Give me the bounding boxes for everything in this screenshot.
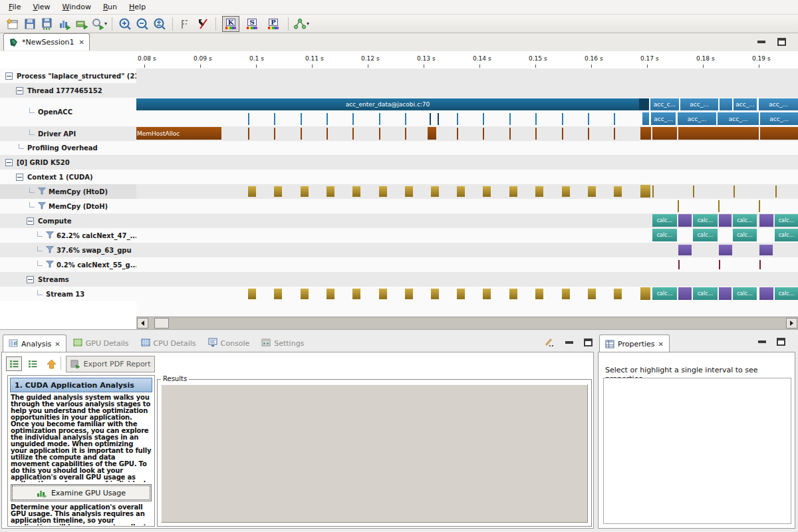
new-session-icon[interactable]: [5, 16, 21, 32]
tab-analysis[interactable]: Analysis✕: [3, 334, 66, 352]
run-analysis-icon[interactable]: [74, 16, 90, 32]
timeline-interval[interactable]: [562, 186, 570, 197]
timeline-interval[interactable]: [720, 98, 732, 110]
timeline-interval-tick[interactable]: [759, 200, 760, 212]
timeline-interval[interactable]: [431, 289, 439, 299]
timeline-interval[interactable]: calc...: [693, 229, 718, 241]
timeline-interval-tick[interactable]: [327, 128, 328, 140]
export-pdf-button[interactable]: Export PDF Report: [66, 356, 155, 372]
maximize-icon[interactable]: [584, 338, 593, 346]
timeline-interval[interactable]: calc...: [652, 229, 677, 241]
tab-console[interactable]: Console: [203, 334, 255, 352]
timeline-interval-tick[interactable]: [457, 113, 458, 125]
timeline-interval-tick[interactable]: [379, 113, 380, 125]
timeline-interval-tick[interactable]: [719, 260, 720, 269]
timeline-interval-tick[interactable]: [588, 113, 589, 125]
tree-row-memcpy-htod[interactable]: MemCpy (HtoD): [0, 184, 137, 199]
tree-row-37-6-swap-63-gpu[interactable]: 37.6% swap_63_gpu: [0, 243, 137, 257]
tab-settings[interactable]: Settings: [256, 334, 309, 352]
color-by-process-button[interactable]: P: [265, 16, 282, 32]
timeline-interval-tick[interactable]: [733, 186, 735, 198]
filter-funnel-icon[interactable]: [38, 188, 46, 196]
timeline-interval[interactable]: [457, 289, 465, 299]
timeline-interval[interactable]: [759, 245, 773, 255]
timeline-interval[interactable]: [678, 127, 759, 140]
save-all-icon[interactable]: [39, 16, 55, 32]
tree-row-openacc[interactable]: OpenACC: [0, 98, 137, 126]
tree-row-stream-13[interactable]: Stream 13: [0, 287, 137, 301]
tree-row-0-grid-k520[interactable]: [0] GRID K520: [0, 155, 137, 170]
timeline-interval[interactable]: [352, 289, 360, 299]
zoom-fit-icon[interactable]: [152, 16, 168, 32]
timeline-interval-tick[interactable]: [379, 128, 380, 140]
timeline-interval[interactable]: acc_enter_data@jacobi.c:70: [136, 98, 639, 110]
timeline-interval-tick[interactable]: [248, 128, 249, 140]
close-icon[interactable]: ✕: [55, 340, 60, 348]
timeline-interval[interactable]: [327, 289, 334, 299]
color-by-kernel-button[interactable]: K: [222, 16, 239, 32]
timeline-interval-tick[interactable]: [562, 128, 563, 140]
tree-row-0-2-calcnext-55-g[interactable]: 0.2% calcNext_55_g...: [0, 257, 137, 272]
filter-funnel-icon[interactable]: [46, 261, 54, 269]
unguided-analysis-icon[interactable]: [25, 356, 41, 371]
timeline-interval-tick[interactable]: [775, 186, 777, 198]
scroll-right-button[interactable]: [786, 318, 797, 329]
menu-item-window[interactable]: Window: [57, 1, 97, 13]
filter-funnel-icon[interactable]: [46, 231, 54, 240]
timeline-interval-tick[interactable]: [352, 128, 354, 140]
timeline-interval[interactable]: [248, 186, 256, 197]
timeline-interval[interactable]: acc_...: [760, 112, 798, 125]
menu-item-view[interactable]: View: [27, 1, 56, 13]
tree-row-compute[interactable]: Compute: [0, 213, 137, 228]
maximize-icon[interactable]: [777, 38, 786, 46]
timeline-interval[interactable]: [535, 289, 543, 299]
timeline-interval[interactable]: [274, 186, 282, 197]
timeline-interval-tick[interactable]: [301, 113, 302, 125]
timeline-interval[interactable]: acc_...: [759, 98, 798, 110]
timeline-interval[interactable]: calc...: [775, 229, 798, 241]
timeline-interval-tick[interactable]: [693, 186, 694, 198]
guided-analysis-icon[interactable]: [6, 356, 22, 371]
collapse-icon[interactable]: [16, 174, 23, 181]
timeline-interval[interactable]: [379, 289, 387, 299]
timeline-interval[interactable]: [535, 186, 543, 197]
timeline-interval[interactable]: [759, 214, 773, 227]
timeline-interval[interactable]: calc...: [733, 214, 757, 227]
timeline-interval[interactable]: MemHostAlloc: [136, 127, 221, 140]
timeline-interval[interactable]: calc...: [652, 287, 677, 300]
timeline-interval-tick[interactable]: [678, 260, 680, 269]
back-up-icon[interactable]: [43, 356, 59, 371]
timeline-interval[interactable]: [274, 289, 282, 299]
examine-gpu-usage-button[interactable]: Examine GPU Usage: [11, 484, 152, 501]
view-menu-icon[interactable]: [544, 338, 555, 347]
timeline-interval[interactable]: [588, 186, 596, 197]
timeline-interval-tick[interactable]: [327, 113, 328, 125]
timeline-interval-tick[interactable]: [678, 200, 679, 212]
adjust-ruler-icon[interactable]: [178, 16, 194, 32]
timeline-interval[interactable]: calc...: [652, 214, 677, 227]
timeline-interval[interactable]: acc_...: [651, 112, 676, 125]
filter-funnel-icon[interactable]: [46, 246, 54, 255]
timeline-interval[interactable]: [614, 289, 622, 299]
collapse-icon[interactable]: [5, 159, 13, 166]
timeline-interval[interactable]: acc_...: [718, 112, 759, 125]
timeline-interval[interactable]: [248, 289, 256, 299]
timeline-interval-tick[interactable]: [509, 113, 511, 125]
close-icon[interactable]: ✕: [658, 340, 664, 348]
timeline-interval[interactable]: [678, 245, 692, 255]
timeline-interval[interactable]: [639, 98, 649, 110]
timeline-interval[interactable]: acc_c...: [650, 98, 679, 110]
timeline-interval[interactable]: [678, 214, 692, 227]
tab-newsession[interactable]: *NewSession1 ✕: [3, 33, 90, 51]
call-tree-icon[interactable]: ▾: [293, 16, 309, 32]
timeline-interval[interactable]: [652, 127, 677, 140]
menu-item-help[interactable]: Help: [123, 1, 152, 13]
tab-properties[interactable]: Properties ✕: [599, 334, 670, 352]
timeline-interval-tick[interactable]: [274, 113, 275, 125]
timeline-interval[interactable]: [509, 186, 517, 197]
tree-row-profiling-overhead[interactable]: Profiling Overhead: [0, 141, 137, 155]
timeline-interval[interactable]: [640, 185, 650, 198]
timeline-interval-tick[interactable]: [588, 128, 589, 140]
menu-item-file[interactable]: File: [3, 1, 27, 13]
timeline-interval-tick[interactable]: [352, 113, 354, 125]
